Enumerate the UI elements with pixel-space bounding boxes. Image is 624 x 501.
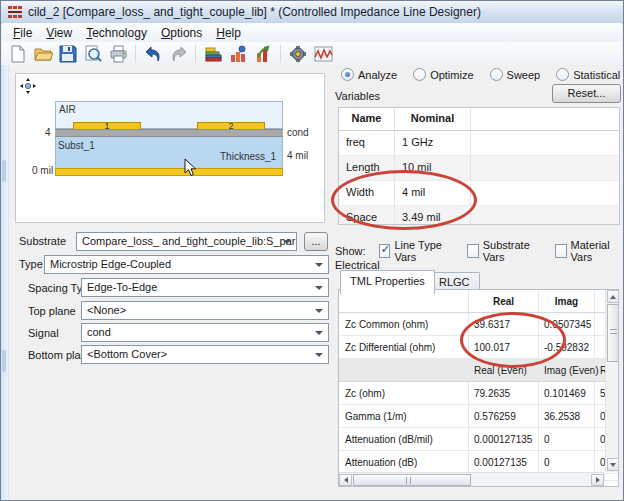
menu-options-accel: O [161, 26, 170, 40]
substrate-label: Subst_1 [58, 140, 95, 151]
radio-analyze-label: Analyze [358, 69, 397, 81]
variables-section-label: Variables [335, 90, 380, 102]
signal-select[interactable]: cond [81, 323, 329, 342]
simulate-button[interactable] [287, 44, 309, 64]
spacing-type-select-value: Edge-To-Edge [87, 281, 157, 293]
thickness-value-label: 4 mil [287, 150, 308, 161]
redo-button[interactable] [167, 44, 189, 64]
var-name: freq [339, 131, 395, 155]
bottom-plane-select[interactable]: <Bottom Cover> [81, 345, 329, 364]
tab-tml-properties[interactable]: TML Properties [340, 270, 435, 294]
variables-header-row: Name Nominal [339, 108, 619, 131]
radio-statistical[interactable]: Statistical [556, 68, 620, 81]
table-row[interactable]: Attenuation (dB/mil) 0.000127135 0 0.000 [339, 428, 618, 451]
scroll-right-button[interactable] [591, 474, 604, 486]
conductor-layer[interactable] [55, 129, 283, 137]
spacing-type-select[interactable]: Edge-To-Edge [81, 278, 329, 297]
horizontal-scroll-thumb[interactable] [353, 474, 471, 486]
chevron-down-icon [315, 309, 323, 313]
table-row[interactable]: Length 10 mil [339, 156, 619, 181]
scroll-left-button[interactable] [339, 474, 352, 486]
menu-view[interactable]: View [39, 24, 79, 42]
var-nominal[interactable]: 1 GHz [395, 131, 471, 155]
menu-options[interactable]: Options [154, 24, 209, 42]
tml-row-label: Attenuation (dB/mil) [339, 428, 469, 450]
reset-button[interactable]: Reset... [552, 84, 621, 103]
table-row[interactable]: Zc (ohm) 79.2635 0.101469 50.00 [339, 382, 618, 405]
save-button[interactable] [57, 44, 79, 64]
tml-cell-imag: 0 [539, 428, 595, 450]
checkbox-substrate-vars[interactable]: Substrate Vars [467, 239, 542, 263]
checkbox-line-type-vars[interactable]: Line Type Vars [379, 239, 454, 263]
tml-cell-real: 79.2635 [469, 382, 539, 404]
plot-results-button[interactable] [312, 44, 334, 64]
chevron-down-icon [315, 286, 323, 290]
new-document-button[interactable] [7, 44, 29, 64]
menu-help[interactable]: Help [209, 24, 248, 42]
checkbox-material-vars[interactable]: Material Vars [555, 239, 623, 263]
var-nominal[interactable]: 3.49 mil [395, 206, 471, 225]
toolbar-separator [135, 45, 136, 63]
menu-technology[interactable]: Technology [79, 24, 154, 42]
var-nominal[interactable]: 4 mil [395, 181, 471, 205]
print-button[interactable] [107, 44, 129, 64]
printer-icon [109, 45, 128, 63]
radio-dot-icon [341, 68, 354, 81]
vertical-scrollbar[interactable] [605, 290, 619, 472]
variables-header-nominal: Nominal [395, 108, 471, 130]
open-file-button[interactable] [32, 44, 54, 64]
type-select[interactable]: Microstrip Edge-Coupled [44, 255, 329, 274]
table-row[interactable]: Width 4 mil [339, 181, 619, 206]
chevron-down-icon [315, 263, 323, 267]
left-splitter[interactable] [1, 65, 9, 499]
thickness-label: Thickness_1 [220, 151, 276, 162]
checkbox-material-vars-label: Material Vars [571, 239, 623, 263]
var-nominal[interactable]: 10 mil [395, 156, 471, 180]
zoom-button[interactable] [82, 44, 104, 64]
radio-optimize[interactable]: Optimize [413, 68, 473, 81]
tml-properties-table[interactable]: Real Imag Zc Common (ohm) 39.6317 0.0507… [338, 289, 619, 487]
toolbar [2, 42, 622, 66]
chevron-down-icon [283, 240, 291, 244]
chevron-down-icon [315, 331, 323, 335]
vertical-scroll-thumb[interactable] [607, 304, 619, 362]
table-row[interactable]: Zc Differential (ohm) 100.017 -0.592832 [339, 336, 618, 359]
tml-cell-real: 0.00127135 [469, 451, 539, 473]
horizontal-scrollbar[interactable] [339, 472, 605, 487]
substrate-browse-button[interactable]: ... [304, 232, 328, 251]
table-row[interactable]: Gamma (1/m) 0.576259 36.2538 0.651 [339, 405, 618, 428]
table-row[interactable]: Space 3.49 mil [339, 206, 619, 225]
table-row[interactable]: freq 1 GHz [339, 131, 619, 156]
radio-dot-icon [490, 68, 503, 81]
menu-file[interactable]: File [6, 24, 39, 42]
tml-row-label: Zc Differential (ohm) [339, 336, 469, 358]
scroll-up-button[interactable] [607, 290, 619, 303]
tml-cell-imag: 0 [539, 451, 595, 473]
scroll-down-button[interactable] [607, 458, 619, 471]
arrow-left-icon [344, 477, 348, 483]
tml-row-label: Zc (ohm) [339, 382, 469, 404]
tml-cell-imag: 0.0507345 [539, 313, 595, 335]
arrow-down-icon [610, 463, 616, 467]
plot-marker-button[interactable] [227, 44, 249, 64]
radio-analyze[interactable]: Analyze [341, 68, 397, 81]
substrate-select-value: Compare_loss_ and_tight_couple_lib:S_par… [82, 235, 297, 247]
substrate-select[interactable]: Compare_loss_ and_tight_couple_lib:S_par… [76, 232, 297, 251]
undo-button[interactable] [142, 44, 164, 64]
bottom-cover-layer[interactable] [55, 168, 283, 176]
export-chart-button[interactable] [252, 44, 274, 64]
stackup-chart-button[interactable] [202, 44, 224, 64]
table-row[interactable]: Attenuation (dB) 0.00127135 0 0.001 [339, 451, 618, 474]
checkbox-checked-icon [379, 244, 391, 258]
tml-subheader-imag-even: Imag (Even) [539, 359, 595, 381]
app-window: cild_2 [Compare_loss_ and_tight_couple_l… [0, 0, 624, 501]
title-bar[interactable]: cild_2 [Compare_loss_ and_tight_couple_l… [1, 1, 623, 24]
top-plane-select[interactable]: <None> [81, 301, 329, 320]
radio-sweep[interactable]: Sweep [490, 68, 541, 81]
table-row[interactable]: Zc Common (ohm) 39.6317 0.0507345 [339, 313, 618, 336]
menu-help-accel: H [216, 26, 225, 40]
var-name: Width [339, 181, 395, 205]
variables-header-name: Name [339, 108, 395, 130]
variables-table[interactable]: Name Nominal freq 1 GHz Length 10 mil Wi… [338, 107, 620, 225]
chevron-down-icon [315, 353, 323, 357]
